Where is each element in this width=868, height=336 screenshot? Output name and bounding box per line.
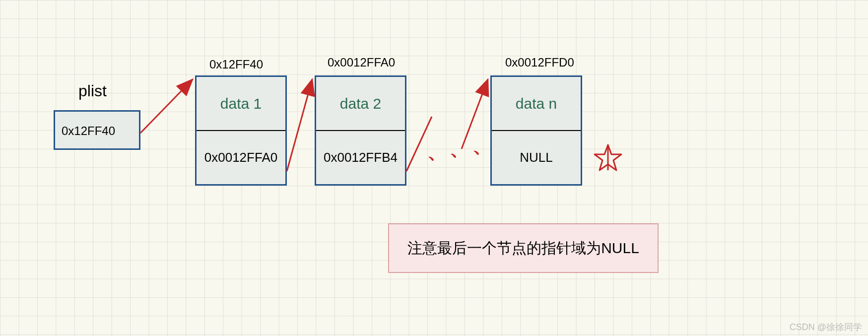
plist-value: 0x12FF40 [62, 124, 115, 138]
watermark: CSDN @徐徐同学 [790, 321, 862, 333]
node1-data: data 1 [220, 95, 262, 112]
node-n-pointer: NULL [520, 150, 552, 165]
overlay-svg [0, 0, 868, 336]
node1: data 1 0x0012FFA0 [195, 75, 287, 186]
node2-data: data 2 [340, 95, 381, 112]
note-text: 注意最后一个节点的指针域为NULL [407, 238, 639, 259]
plist-label: plist [78, 82, 107, 100]
node1-address: 0x12FF40 [209, 58, 263, 71]
node2: data 2 0x0012FFB4 [315, 75, 406, 186]
arrow-node1-node2 [287, 79, 312, 171]
ellipsis: 、、、 [424, 130, 496, 166]
note-box: 注意最后一个节点的指针域为NULL [388, 223, 659, 273]
node-n-data: data n [516, 95, 557, 112]
node2-pointer: 0x0012FFB4 [324, 150, 398, 165]
star-icon [595, 145, 621, 170]
node2-address: 0x0012FFA0 [328, 56, 395, 69]
node-n: data n NULL [490, 75, 582, 186]
diagram-canvas: plist 0x12FF40 0x12FF40 data 1 0x0012FFA… [0, 0, 868, 336]
node1-pointer: 0x0012FFA0 [204, 150, 277, 165]
node-n-address: 0x0012FFD0 [505, 56, 574, 69]
arrow-plist-node1 [140, 79, 193, 133]
